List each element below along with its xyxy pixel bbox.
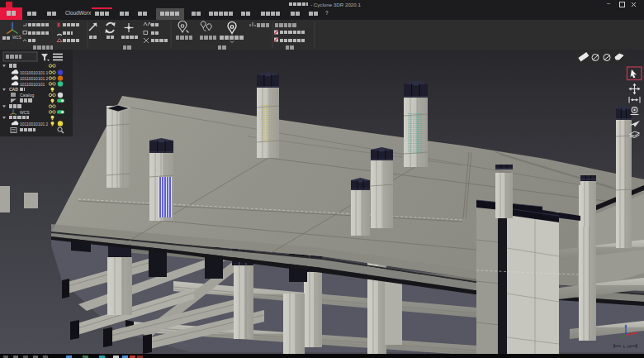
svg-text:1 m: 1 m [623,344,631,349]
